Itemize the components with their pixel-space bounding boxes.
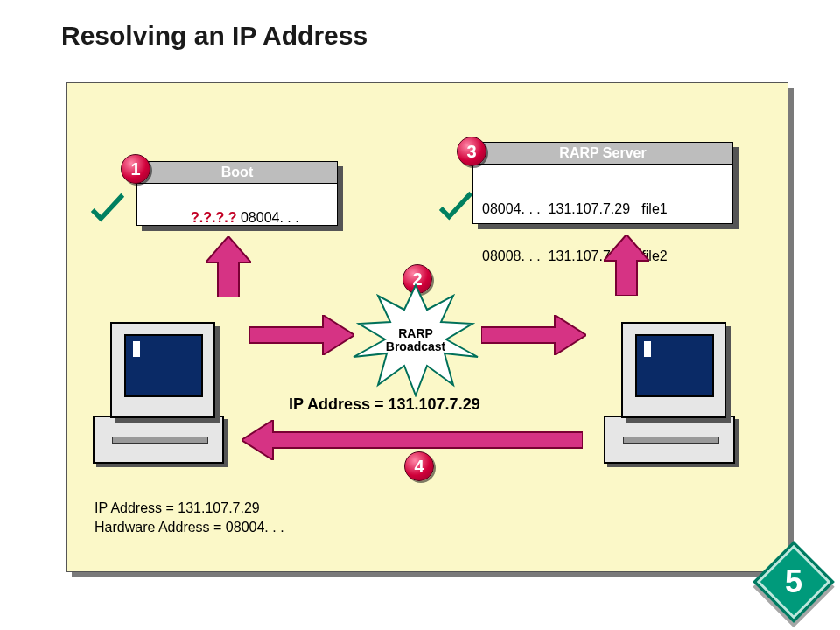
arrow-up-icon [604, 234, 649, 296]
svg-marker-1 [604, 234, 649, 296]
client-info: IP Address = 131.107.7.29 Hardware Addre… [94, 499, 284, 536]
step-3-badge: 3 [457, 136, 486, 166]
svg-marker-3 [481, 315, 586, 355]
check-icon [88, 192, 128, 228]
svg-marker-0 [206, 236, 251, 298]
rarp-broadcast-icon: RARP Broadcast [350, 284, 481, 397]
broadcast-line2: Broadcast [386, 340, 445, 354]
client-mac-line: Hardware Address = 08004. . . [94, 518, 284, 537]
check-icon [436, 191, 476, 226]
arrow-left-icon [242, 420, 583, 460]
slide-number-badge: 5 [756, 544, 831, 620]
page-title: Resolving an IP Address [61, 21, 368, 51]
client-computer-icon [84, 298, 233, 464]
boot-mac: 08004. . . [237, 210, 299, 225]
ip-reply-label: IP Address = 131.107.7.29 [289, 396, 480, 414]
rarp-server-panel: RARP Server 08004. . . 131.107.7.29 file… [472, 142, 733, 224]
boot-unknown-ip: ?.?.?.? [191, 210, 236, 225]
broadcast-line1: RARP [398, 326, 433, 340]
svg-marker-4 [242, 420, 583, 460]
broadcast-label: RARP Broadcast [386, 327, 445, 354]
rarp-row-2: 08008. . . 131.107.7.28 file2 [482, 248, 724, 264]
step-1-badge: 1 [121, 154, 150, 184]
arrow-up-icon [206, 236, 251, 298]
arrow-right-icon [249, 315, 354, 355]
rarp-row-1: 08004. . . 131.107.7.29 file1 [482, 201, 724, 217]
svg-marker-2 [249, 315, 354, 355]
rarp-panel-heading: RARP Server [473, 143, 732, 164]
arrow-right-icon [481, 315, 586, 355]
rarp-panel-body: 08004. . . 131.107.7.29 file1 08008. . .… [473, 164, 732, 301]
slide-number: 5 [785, 564, 802, 600]
server-computer-icon [595, 298, 744, 464]
boot-panel: Boot ?.?.?.? 08004. . . [136, 161, 338, 226]
boot-panel-heading: Boot [137, 162, 337, 184]
client-ip-line: IP Address = 131.107.7.29 [94, 499, 284, 518]
